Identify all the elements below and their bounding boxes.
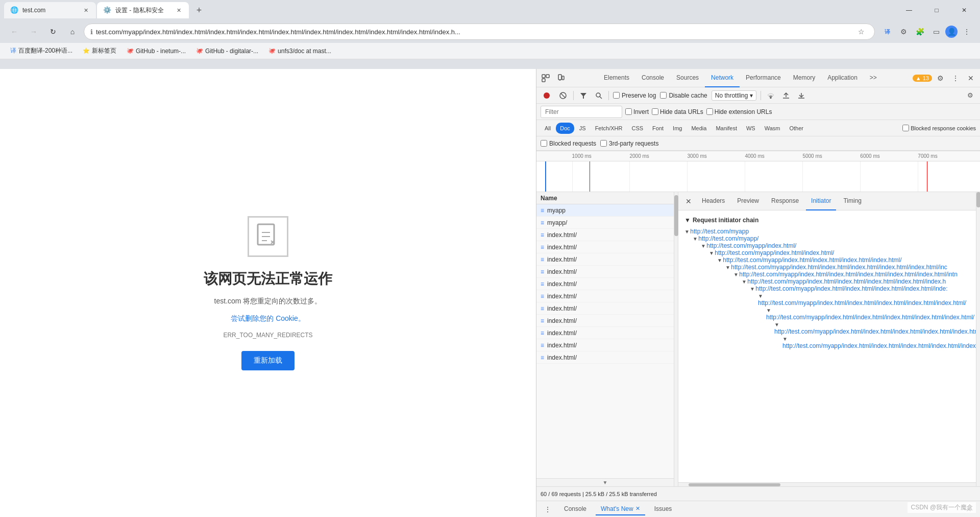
home-button[interactable]: ⌂ [64, 24, 81, 40]
chain-url-12[interactable]: http://test.com/myapp/index.html/index.h… [782, 341, 976, 350]
bookmark-github2[interactable]: 🐙 GitHub - digitalar-... [192, 46, 262, 56]
name-list-scroll[interactable]: ≡ myapp ≡ myapp/ ≡ index.html/ ≡ index.h… [536, 204, 674, 478]
inspect-element-icon[interactable] [538, 71, 553, 85]
tab-settings[interactable]: ⚙️ 设置 - 隐私和安全 ✕ [97, 2, 189, 18]
tab-test-com[interactable]: 🌐 test.com ✕ [4, 2, 96, 18]
reload-button[interactable]: 重新加载 [241, 351, 295, 370]
record-button[interactable] [541, 89, 553, 102]
devtools-close-icon[interactable]: ✕ [964, 71, 978, 85]
request-myapp[interactable]: ≡ myapp [536, 204, 674, 217]
hide-data-urls-label[interactable]: Hide data URLs [652, 108, 703, 115]
tab-console[interactable]: Console [635, 69, 670, 87]
warning-badge[interactable]: ▲13 [913, 75, 932, 82]
settings-icon[interactable]: ⚙ [896, 25, 911, 39]
detail-tab-initiator[interactable]: Initiator [806, 192, 836, 210]
type-btn-ws[interactable]: WS [742, 123, 760, 134]
invert-checkbox[interactable] [625, 108, 632, 115]
bookmark-baidu[interactable]: 译 百度翻译-200种语... [6, 45, 77, 56]
tab-sources[interactable]: Sources [670, 69, 705, 87]
detail-hscroll[interactable] [678, 482, 976, 486]
request-index8[interactable]: ≡ index.html/ [536, 315, 674, 327]
third-party-checkbox[interactable] [600, 140, 607, 147]
name-scrollbar-thumb[interactable] [674, 195, 678, 236]
request-myapp-slash[interactable]: ≡ myapp/ [536, 217, 674, 229]
chain-url-10[interactable]: http://test.com/myapp/index.html/index.h… [766, 313, 974, 322]
console-tab[interactable]: Console [559, 503, 592, 515]
hide-extension-urls-label[interactable]: Hide extension URLs [706, 108, 772, 115]
request-index10[interactable]: ≡ index.html/ [536, 339, 674, 351]
chain-url-9[interactable]: http://test.com/myapp/index.html/index.h… [758, 298, 966, 308]
sidebar-toggle-icon[interactable]: ▭ [929, 25, 943, 39]
blocked-response-cookies-label[interactable]: Blocked response cookies [902, 125, 976, 131]
third-party-label[interactable]: 3rd-party requests [600, 140, 658, 147]
right-scrollbar-thumb[interactable] [976, 192, 980, 207]
tab-more-button[interactable]: >> [864, 69, 883, 87]
detail-content[interactable]: ▼ Request initiator chain ▼ http://test.… [678, 210, 976, 482]
bookmark-unfs3[interactable]: 🐙 unfs3/doc at mast... [264, 46, 335, 56]
refresh-button[interactable]: ↻ [45, 24, 61, 40]
blocked-requests-checkbox[interactable] [541, 140, 547, 147]
type-btn-media[interactable]: Media [687, 123, 710, 134]
detail-tab-response[interactable]: Response [766, 192, 804, 210]
type-btn-doc[interactable]: Doc [556, 123, 574, 134]
whats-new-close-icon[interactable]: ✕ [635, 505, 640, 512]
console-menu-icon[interactable]: ⋮ [541, 502, 555, 516]
disable-cache-checkbox[interactable] [660, 92, 667, 99]
tab-elements[interactable]: Elements [598, 69, 635, 87]
search-icon[interactable] [593, 90, 604, 101]
back-button[interactable]: ← [6, 24, 22, 40]
filter-input[interactable] [541, 106, 622, 118]
type-btn-all[interactable]: All [541, 123, 555, 134]
devtools-settings-icon[interactable]: ⚙ [933, 71, 947, 85]
throttle-select[interactable]: No throttling ▾ [712, 90, 757, 101]
type-btn-css[interactable]: CSS [627, 123, 647, 134]
hide-extension-urls-checkbox[interactable] [706, 108, 713, 115]
tab-network[interactable]: Network [705, 69, 740, 87]
request-index9[interactable]: ≡ index.html/ [536, 327, 674, 339]
translate-icon[interactable]: 译 [880, 25, 894, 39]
tab-application[interactable]: Application [821, 69, 864, 87]
request-index1[interactable]: ≡ index.html/ [536, 229, 674, 241]
type-btn-font[interactable]: Font [648, 123, 668, 134]
invert-label[interactable]: Invert [625, 108, 649, 115]
type-btn-manifest[interactable]: Manifest [712, 123, 741, 134]
type-btn-img[interactable]: Img [669, 123, 686, 134]
online-icon[interactable] [765, 90, 776, 101]
upload-icon[interactable] [780, 90, 792, 101]
tab-close-icon[interactable]: ✕ [82, 6, 90, 14]
bookmark-newtab[interactable]: ⭐ 新标签页 [79, 45, 120, 56]
chain-url-11[interactable]: http://test.com/myapp/index.html/index.h… [774, 327, 976, 336]
detail-tab-headers[interactable]: Headers [697, 192, 730, 210]
right-scrollbar[interactable] [976, 192, 980, 486]
detail-tab-preview[interactable]: Preview [732, 192, 764, 210]
device-toolbar-icon[interactable] [554, 71, 568, 85]
blocked-requests-label[interactable]: Blocked requests [541, 140, 596, 147]
tab-performance[interactable]: Performance [740, 69, 787, 87]
bookmark-star-icon[interactable]: ☆ [854, 25, 868, 39]
tab-settings-close-icon[interactable]: ✕ [175, 6, 183, 14]
type-btn-fetch[interactable]: Fetch/XHR [591, 123, 627, 134]
chain-url-8[interactable]: http://test.com/myapp/index.html/index.h… [755, 284, 947, 293]
extensions-icon[interactable]: 🧩 [913, 25, 927, 39]
new-tab-button[interactable]: + [192, 3, 206, 17]
profile-icon[interactable]: 👤 [945, 26, 958, 38]
devtools-more-icon[interactable]: ⋮ [948, 71, 963, 85]
blocked-response-cookies-checkbox[interactable] [902, 125, 909, 131]
maximize-button[interactable]: □ [925, 2, 948, 18]
request-index2[interactable]: ≡ index.html/ [536, 241, 674, 253]
url-bar[interactable]: ℹ test.com/myapp/index.html/index.html/i… [84, 24, 875, 40]
type-btn-js[interactable]: JS [575, 123, 590, 134]
request-index3[interactable]: ≡ index.html/ [536, 253, 674, 266]
menu-icon[interactable]: ⋮ [960, 25, 974, 39]
preserve-log-checkbox[interactable] [613, 92, 620, 99]
cookie-link[interactable]: 尝试删除您的 Cookie。 [231, 314, 305, 323]
request-index6[interactable]: ≡ index.html/ [536, 290, 674, 302]
type-btn-other[interactable]: Other [785, 123, 807, 134]
request-index4[interactable]: ≡ index.html/ [536, 266, 674, 278]
detail-tab-timing[interactable]: Timing [838, 192, 867, 210]
name-scrollbar[interactable] [674, 192, 678, 486]
close-window-button[interactable]: ✕ [952, 2, 976, 18]
filter-toggle-icon[interactable] [578, 90, 589, 101]
network-settings-icon[interactable]: ⚙ [965, 90, 976, 101]
request-index5[interactable]: ≡ index.html/ [536, 278, 674, 290]
